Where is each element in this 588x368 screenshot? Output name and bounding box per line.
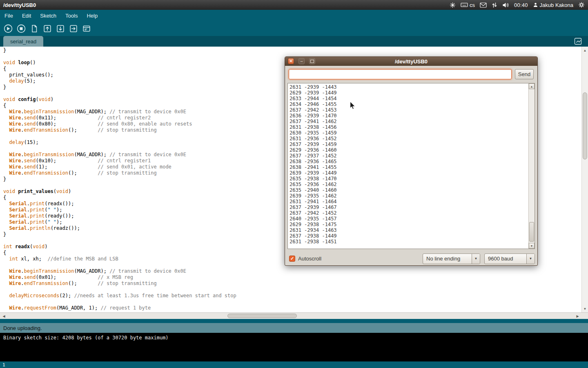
line-ending-dropdown[interactable]: No line ending	[423, 254, 480, 264]
ide-menubar: File Edit Sketch Tools Help	[0, 10, 588, 21]
stop-button[interactable]	[16, 23, 27, 34]
serial-output-line: 2633 -2944 -1454	[290, 96, 527, 101]
serial-monitor-body: Send 2631 -2939 -14432629 -2939 -1449263…	[285, 66, 537, 265]
autoscroll-checkbox[interactable]	[289, 256, 295, 262]
serial-monitor-window: /dev/ttyUSB0 Send 2631 -2939 -14432629 -…	[285, 56, 538, 266]
current-line-number: 1	[2, 362, 5, 368]
desktop-screen: /dev/ttyUSB0 cs 00:40	[0, 0, 588, 368]
serial-output-line: 2631 -2938 -1456	[290, 124, 527, 130]
serial-monitor-titlebar[interactable]: /dev/ttyUSB0	[285, 57, 537, 66]
code-line: Wire.endTransmission(); // stop transmit…	[3, 280, 580, 287]
menu-tools[interactable]: Tools	[61, 10, 82, 21]
save-button[interactable]	[55, 23, 66, 34]
line-ending-value: No line ending	[423, 254, 472, 264]
menu-sketch[interactable]: Sketch	[36, 10, 61, 21]
serial-output-line: 2631 -2939 -1443	[290, 84, 527, 90]
chevron-down-icon	[472, 254, 480, 264]
code-line: delayMicroseconds(2); //needs at least 1…	[3, 293, 580, 299]
baud-rate-dropdown[interactable]: 9600 baud	[484, 254, 535, 264]
keyboard-layout-label: cs	[470, 2, 475, 8]
scroll-left-icon[interactable]	[1, 313, 7, 319]
indicator-star-icon[interactable]	[450, 2, 456, 8]
autoscroll-label: Autoscroll	[298, 256, 321, 262]
volume-icon[interactable]	[502, 2, 509, 8]
serial-output-list[interactable]: 2631 -2939 -14432629 -2939 -14492633 -29…	[287, 83, 535, 249]
serial-output-line: 2631 -2936 -1452	[290, 136, 527, 141]
scroll-up-icon[interactable]	[582, 47, 588, 53]
serial-output-line: 2630 -2935 -1459	[290, 130, 527, 136]
scroll-up-icon[interactable]	[529, 83, 535, 89]
tab-menu-button[interactable]	[574, 37, 582, 45]
keyboard-icon	[461, 2, 468, 8]
ide-divider	[0, 319, 588, 323]
serial-output-line: 2637 -2942 -1453	[290, 107, 527, 113]
close-window-button[interactable]	[288, 58, 294, 64]
serial-list-scrollbar[interactable]	[528, 83, 535, 249]
serial-controls-row: Autoscroll No line ending 9600 baud	[289, 253, 535, 264]
editor-vertical-scrollbar[interactable]	[581, 47, 588, 312]
code-line: }	[3, 47, 580, 54]
open-button[interactable]	[42, 23, 53, 34]
scroll-down-icon[interactable]	[582, 306, 588, 312]
system-tray: cs 00:40 Jakub Kakona	[450, 2, 585, 8]
serial-output-line: 2631 -2934 -1463	[290, 227, 527, 233]
serial-input-row: Send	[289, 69, 534, 80]
serial-output-line: 2637 -2942 -1452	[290, 210, 527, 216]
code-line	[3, 287, 580, 293]
send-button[interactable]: Send	[515, 69, 534, 79]
code-line: Wire.send(0x01); // x MSB reg	[3, 274, 580, 280]
mouse-cursor	[350, 101, 357, 110]
serial-output-line: 2637 -2938 -1449	[290, 233, 527, 239]
clock[interactable]: 00:40	[514, 2, 528, 8]
serial-output-line: 2631 -2941 -1464	[290, 199, 527, 204]
menu-file[interactable]: File	[0, 10, 18, 21]
serial-output-line: 2629 -2939 -1449	[290, 90, 527, 96]
mail-icon[interactable]	[480, 2, 487, 8]
user-menu[interactable]: Jakub Kakona	[533, 2, 573, 8]
scroll-down-icon[interactable]	[529, 243, 535, 249]
system-top-panel: /dev/ttyUSB0 cs 00:40	[0, 0, 588, 10]
vertical-scrollbar-handle[interactable]	[583, 92, 587, 159]
status-message: Done uploading.	[3, 325, 42, 331]
menu-edit[interactable]: Edit	[18, 10, 36, 21]
code-line	[3, 299, 580, 305]
serial-output-line: 2634 -2946 -1455	[290, 101, 527, 107]
active-window-title: /dev/ttyUSB0	[3, 2, 36, 8]
serial-scrollbar-handle[interactable]	[529, 222, 534, 242]
serial-output-line: 2637 -2941 -1462	[290, 119, 527, 124]
serial-output-line: 2631 -2938 -1451	[290, 239, 527, 245]
verify-button[interactable]	[2, 23, 14, 34]
horizontal-scrollbar-handle[interactable]	[227, 314, 297, 318]
serial-output-line: 2639 -2935 -1462	[290, 193, 527, 199]
serial-input[interactable]	[289, 69, 512, 79]
maximize-window-button[interactable]	[309, 58, 315, 64]
session-gear-icon[interactable]	[578, 2, 585, 8]
console-output: Binary sketch size: 4208 bytes (of a 307…	[3, 335, 169, 341]
code-line: Wire.requestFrom(MAG_ADDR, 1); // reques…	[3, 305, 580, 311]
network-sync-icon[interactable]	[492, 2, 497, 8]
menu-help[interactable]: Help	[82, 10, 102, 21]
new-sketch-button[interactable]	[29, 23, 40, 34]
serial-output-line: 2640 -2935 -1457	[290, 216, 527, 222]
window-buttons	[288, 58, 315, 64]
user-icon	[533, 2, 538, 8]
upload-button[interactable]	[68, 23, 79, 34]
user-name-label: Jakub Kakona	[540, 2, 573, 8]
minimize-window-button[interactable]	[298, 58, 305, 64]
keyboard-layout-indicator[interactable]: cs	[461, 2, 475, 8]
serial-output-line: 2637 -2937 -1452	[290, 153, 527, 159]
editor-horizontal-scrollbar[interactable]	[0, 312, 588, 319]
ide-line-number-strip: 1	[0, 361, 588, 368]
serial-output-line: 2635 -2938 -1470	[290, 176, 527, 182]
serial-output-line: 2637 -2939 -1459	[290, 141, 527, 147]
scroll-right-icon[interactable]	[575, 313, 581, 319]
serial-output-line: 2635 -2936 -1462	[290, 182, 527, 187]
serial-output-line: 2636 -2939 -1470	[290, 113, 527, 119]
serial-output-line: 2637 -2939 -1467	[290, 204, 527, 210]
serial-monitor-title: /dev/ttyUSB0	[395, 58, 428, 65]
serial-output-line: 2629 -2938 -1475	[290, 222, 527, 227]
serial-monitor-button[interactable]	[81, 23, 92, 34]
baud-rate-value: 9600 baud	[485, 254, 526, 264]
tab-serial-read[interactable]: serial_read	[3, 36, 43, 47]
serial-output-line: 2638 -2936 -1465	[290, 159, 527, 164]
